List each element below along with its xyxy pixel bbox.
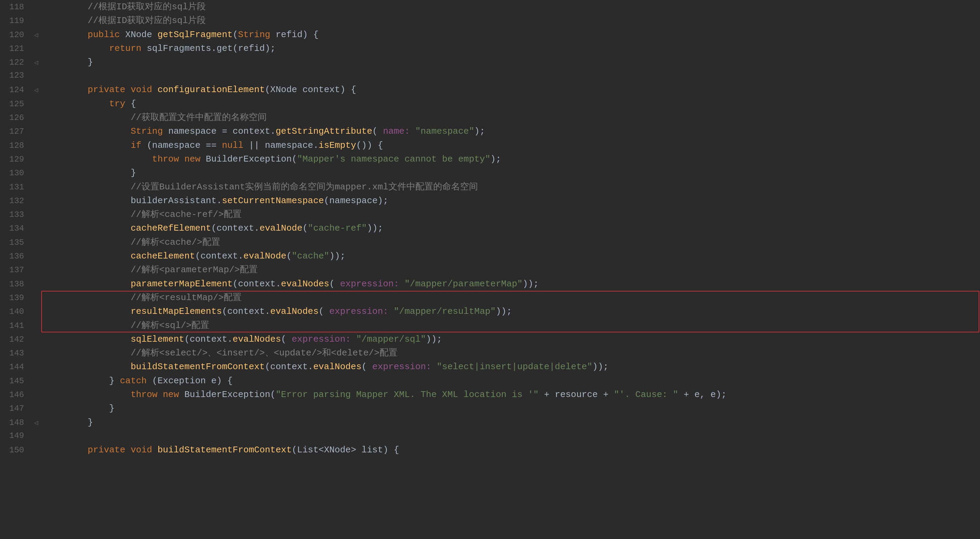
line-num-134: 134 — [0, 222, 31, 235]
line-num-135: 135 — [0, 236, 31, 249]
code-line-144: 144 buildStatementFromContext(context.ev… — [0, 360, 980, 374]
code-line-146: 146 throw new BuilderException("Error pa… — [0, 388, 980, 401]
code-line-140: 140 resultMapElements(context.evalNodes(… — [0, 304, 980, 318]
code-line-118: 118 //根据ID获取对应的sql片段 — [0, 0, 980, 14]
gutter-148: ◁ — [31, 418, 41, 428]
code-line-143: 143 //解析<select/>、<insert/>、<update/>和<d… — [0, 346, 980, 360]
line-num-144: 144 — [0, 361, 31, 373]
line-num-136: 136 — [0, 250, 31, 263]
line-content-144: buildStatementFromContext(context.evalNo… — [41, 360, 980, 374]
line-num-131: 131 — [0, 181, 31, 193]
code-line-139: 139 //解析<resultMap/>配置 — [0, 291, 980, 304]
code-line-142: 142 sqlElement(context.evalNodes( expres… — [0, 332, 980, 346]
code-line-141: 141 //解析<sql/>配置 — [0, 319, 980, 332]
line-content-136: cacheElement(context.evalNode("cache")); — [41, 249, 980, 263]
code-line-138: 138 parameterMapElement(context.evalNode… — [0, 277, 980, 291]
line-num-145: 145 — [0, 375, 31, 387]
code-line-130: 130 } — [0, 166, 980, 180]
code-line-132: 132 builderAssistant.setCurrentNamespace… — [0, 194, 980, 208]
code-line-122: 122 ◁ } — [0, 55, 980, 69]
line-content-118: //根据ID获取对应的sql片段 — [41, 0, 980, 14]
code-line-149: 149 — [0, 430, 980, 443]
code-line-121: 121 return sqlFragments.get(refid); — [0, 41, 980, 55]
code-line-125: 125 try { — [0, 97, 980, 111]
code-line-127: 127 String namespace = context.getString… — [0, 124, 980, 138]
line-content-131: //设置BuilderAssistant实例当前的命名空间为mapper.xml… — [41, 180, 980, 194]
gutter-122: ◁ — [31, 57, 41, 68]
line-content-132: builderAssistant.setCurrentNamespace(nam… — [41, 194, 980, 208]
line-content-130: } — [41, 166, 980, 180]
code-line-120: 120 ◁ public XNode getSqlFragment(String… — [0, 28, 980, 41]
line-num-122: 122 — [0, 56, 31, 69]
line-content-120: public XNode getSqlFragment(String refid… — [41, 28, 980, 41]
line-num-118: 118 — [0, 1, 31, 13]
line-content-137: //解析<parameterMap/>配置 — [41, 263, 980, 277]
code-line-126: 126 //获取配置文件中配置的名称空间 — [0, 111, 980, 124]
code-line-148: 148 ◁ } — [0, 415, 980, 430]
line-num-137: 137 — [0, 264, 31, 276]
code-line-135: 135 //解析<cache/>配置 — [0, 235, 980, 249]
line-content-124: private void configurationElement(XNode … — [41, 83, 980, 97]
line-content-121: return sqlFragments.get(refid); — [41, 41, 980, 55]
line-num-126: 126 — [0, 111, 31, 124]
line-num-130: 130 — [0, 167, 31, 179]
line-content-140: resultMapElements(context.evalNodes( exp… — [41, 304, 980, 318]
line-num-142: 142 — [0, 333, 31, 346]
code-line-129: 129 throw new BuilderException("Mapper's… — [0, 152, 980, 166]
line-num-121: 121 — [0, 42, 31, 55]
code-line-119: 119 //根据ID获取对应的sql片段 — [0, 14, 980, 27]
code-line-124: 124 ◁ private void configurationElement(… — [0, 83, 980, 97]
code-line-136: 136 cacheElement(context.evalNode("cache… — [0, 249, 980, 263]
line-content-125: try { — [41, 97, 980, 111]
line-content-148: } — [41, 415, 980, 430]
line-content-150: private void buildStatementFromContext(L… — [41, 443, 980, 457]
line-num-132: 132 — [0, 195, 31, 207]
line-content-135: //解析<cache/>配置 — [41, 235, 980, 249]
code-line-134: 134 cacheRefElement(context.evalNode("ca… — [0, 221, 980, 235]
line-num-129: 129 — [0, 153, 31, 166]
gutter-124: ◁ — [31, 85, 41, 95]
gutter-120: ◁ — [31, 30, 41, 41]
code-line-123: 123 — [0, 69, 980, 83]
line-num-139: 139 — [0, 292, 31, 304]
line-content-139: //解析<resultMap/>配置 — [41, 291, 980, 304]
line-num-125: 125 — [0, 98, 31, 110]
line-num-143: 143 — [0, 347, 31, 360]
line-num-149: 149 — [0, 430, 31, 442]
line-content-143: //解析<select/>、<insert/>、<update/>和<delet… — [41, 346, 980, 360]
line-num-120: 120 — [0, 29, 31, 41]
code-line-133: 133 //解析<cache-ref/>配置 — [0, 208, 980, 221]
line-num-141: 141 — [0, 319, 31, 332]
line-content-126: //获取配置文件中配置的名称空间 — [41, 111, 980, 124]
line-content-138: parameterMapElement(context.evalNodes( e… — [41, 277, 980, 291]
line-content-145: } catch (Exception e) { — [41, 374, 980, 388]
line-num-119: 119 — [0, 14, 31, 27]
code-line-147: 147 } — [0, 401, 980, 415]
line-num-138: 138 — [0, 278, 31, 290]
line-content-142: sqlElement(context.evalNodes( expression… — [41, 332, 980, 346]
line-num-127: 127 — [0, 125, 31, 138]
highlight-block: 139 //解析<resultMap/>配置 140 resultMapElem… — [0, 291, 980, 332]
line-content-122: } — [41, 55, 980, 69]
line-num-147: 147 — [0, 402, 31, 415]
code-line-137: 137 //解析<parameterMap/>配置 — [0, 263, 980, 277]
code-line-131: 131 //设置BuilderAssistant实例当前的命名空间为mapper… — [0, 180, 980, 194]
code-line-150: 150 private void buildStatementFromConte… — [0, 443, 980, 457]
line-num-146: 146 — [0, 388, 31, 401]
line-content-146: throw new BuilderException("Error parsin… — [41, 388, 980, 401]
code-editor: 118 //根据ID获取对应的sql片段 119 //根据ID获取对应的sql片… — [0, 0, 980, 539]
line-content-133: //解析<cache-ref/>配置 — [41, 208, 980, 221]
line-content-141: //解析<sql/>配置 — [41, 319, 980, 332]
line-num-128: 128 — [0, 139, 31, 152]
line-content-119: //根据ID获取对应的sql片段 — [41, 14, 980, 27]
line-content-147: } — [41, 401, 980, 415]
code-line-128: 128 if (namespace == null || namespace.i… — [0, 138, 980, 152]
line-num-148: 148 — [0, 416, 31, 429]
line-num-133: 133 — [0, 208, 31, 221]
line-content-128: if (namespace == null || namespace.isEmp… — [41, 138, 980, 152]
line-num-140: 140 — [0, 305, 31, 318]
line-content-129: throw new BuilderException("Mapper's nam… — [41, 152, 980, 166]
line-content-127: String namespace = context.getStringAttr… — [41, 124, 980, 138]
line-content-134: cacheRefElement(context.evalNode("cache-… — [41, 221, 980, 235]
code-line-145: 145 } catch (Exception e) { — [0, 374, 980, 388]
